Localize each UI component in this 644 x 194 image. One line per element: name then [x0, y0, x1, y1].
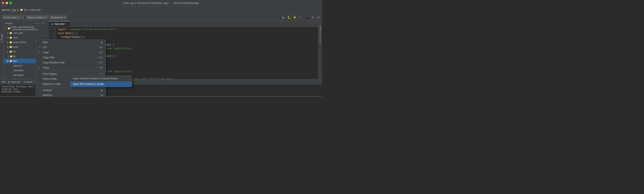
context-menu-overlay: New ▶ ✂ Cut ⌘X ⎘ Copy ⌘C Copy Path ⇧⌘C C…	[0, 21, 322, 79]
coverage-button[interactable]: ⚡	[292, 15, 297, 19]
menu-item-cut[interactable]: ✂ Cut ⌘X	[36, 45, 106, 50]
dart-icon-run: ◆	[8, 80, 10, 83]
breadcrumb-file[interactable]: main.dart	[30, 8, 40, 11]
window-title: flutter_app [~/Desktop/myCode/flutter_ap…	[123, 2, 198, 4]
minimize-button[interactable]	[6, 2, 8, 4]
settings-button[interactable]: ⚙	[316, 15, 320, 19]
device-icon2[interactable]: 📱	[305, 15, 309, 19]
toolbar-actions: ▶ 🐛 ⚡ ⏱ 📱 ■ ⚙	[282, 15, 320, 19]
menu-item-copy[interactable]: ⎘ Copy ⌘C	[36, 50, 106, 55]
close-button[interactable]	[2, 2, 4, 4]
copy-icon: ⎘	[38, 51, 42, 54]
dart-icon: ◆	[4, 16, 5, 19]
menu-item-copy-relative-path[interactable]: Copy Relative Path ⌥⌘C	[36, 60, 106, 65]
run-button[interactable]: ▶	[282, 15, 286, 19]
folder-icon: ◀	[2, 8, 4, 11]
menu-item-copy-path[interactable]: Copy Path ⇧⌘C	[36, 55, 106, 60]
menu-separator-1	[36, 71, 106, 71]
paste-icon: ⎘	[38, 66, 42, 69]
run-config-dropdown-icon: ▼	[17, 16, 19, 18]
no-devices-selector[interactable]: No devices ▼	[49, 15, 67, 19]
breadcrumb-sep1: ▶	[17, 8, 19, 11]
refactor-arrow-icon: ▶	[101, 94, 103, 97]
run-label: Run:	[2, 81, 6, 83]
debug-button[interactable]: 🐛	[287, 15, 291, 19]
submenu-item-open-ios[interactable]: Open iOS module in Xcode	[70, 81, 132, 87]
device-label: iPhone (mobile)	[27, 16, 44, 19]
context-menu: New ▶ ✂ Cut ⌘X ⎘ Copy ⌘C Copy Path ⇧⌘C C…	[36, 39, 106, 97]
menu-item-paste[interactable]: ⎘ Paste ⌘V	[36, 65, 106, 70]
window-controls	[2, 2, 12, 4]
submenu-arrow-icon: ▶	[101, 41, 103, 44]
lib-folder-icon: 📁	[20, 8, 23, 11]
breadcrumb-project[interactable]: ◀ flutter_app	[2, 8, 16, 11]
menu-item-analyze[interactable]: Analyze ▶	[36, 88, 106, 93]
run-config-selector[interactable]: ◆ main.dart ▼	[2, 15, 20, 19]
toolbar-separator	[304, 16, 304, 19]
no-devices-label: No devices	[51, 16, 62, 19]
console-icon: C	[33, 81, 35, 83]
cut-icon: ✂	[38, 46, 42, 49]
flutter-submenu: Open Android module in Android Studio Op…	[70, 76, 132, 87]
analyze-arrow-icon: ▶	[101, 89, 103, 92]
menu-item-refactor[interactable]: Refactor ▶	[36, 93, 106, 97]
menu-item-new[interactable]: New ▶	[36, 40, 106, 45]
breadcrumb-sep2: ▶	[27, 8, 29, 11]
run-config-label: main.dart	[6, 16, 16, 19]
run-toolbar: ◆ main.dart ▼ 📱 iPhone (mobile) ▼ No dev…	[0, 14, 322, 21]
stop-button[interactable]: ■	[310, 15, 315, 19]
no-devices-dropdown-icon: ▼	[63, 16, 65, 18]
phone-icon: 📱	[24, 16, 26, 19]
breadcrumb-toolbar: ◀ flutter_app ▶ 📁 lib ▶ main.dart	[0, 6, 322, 14]
profile-button[interactable]: ⏱	[298, 15, 302, 19]
run-config-name[interactable]: main.dart	[11, 81, 20, 83]
submenu-item-open-android[interactable]: Open Android module in Android Studio	[70, 76, 132, 81]
breadcrumb: ◀ flutter_app ▶ 📁 lib ▶ main.dart	[2, 8, 40, 11]
maximize-button[interactable]	[9, 2, 12, 4]
breadcrumb-lib[interactable]: lib	[24, 8, 26, 11]
title-bar: flutter_app [~/Desktop/myCode/flutter_ap…	[0, 0, 322, 6]
console-tab[interactable]: Console	[24, 81, 32, 83]
device-dropdown-icon: ▼	[44, 16, 46, 18]
device-selector[interactable]: 📱 iPhone (mobile) ▼	[22, 15, 48, 19]
